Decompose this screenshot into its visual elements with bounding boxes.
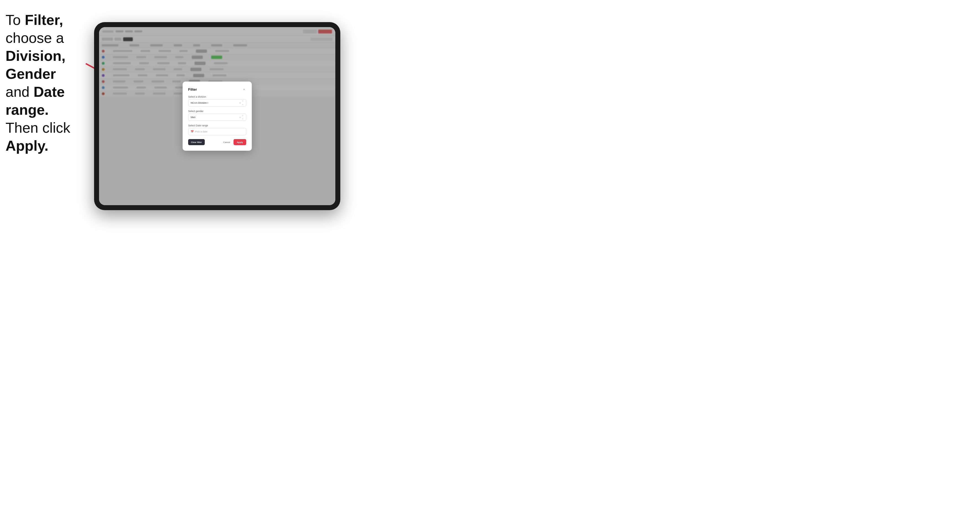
- division-clear-icon[interactable]: ×: [239, 102, 241, 104]
- apply-button[interactable]: Apply: [234, 139, 246, 145]
- gender-field: Select gender Men × ⌃⌄: [188, 110, 246, 121]
- instruction-line1: To Filter, choose a: [6, 12, 64, 46]
- gender-value: Men: [191, 116, 196, 119]
- division-controls: × ⌃⌄: [239, 100, 244, 105]
- gender-select[interactable]: Men × ⌃⌄: [188, 114, 246, 121]
- date-range-input[interactable]: 📅 Pick a date: [188, 128, 246, 135]
- modal-footer-right: Cancel Apply: [221, 139, 246, 145]
- instruction-line4: Then click Apply.: [6, 120, 70, 154]
- date-range-field: Select Date range 📅 Pick a date: [188, 124, 246, 135]
- tablet-frame: Filter × Select a division NCAA Division…: [94, 22, 340, 210]
- division-label: Select a division: [188, 95, 246, 98]
- tablet-screen: Filter × Select a division NCAA Division…: [99, 27, 335, 205]
- filter-modal: Filter × Select a division NCAA Division…: [183, 82, 252, 151]
- division-arrow-icon: ⌃⌄: [242, 100, 244, 105]
- modal-close-button[interactable]: ×: [242, 87, 246, 92]
- gender-clear-icon[interactable]: ×: [239, 116, 241, 119]
- date-placeholder: Pick a date: [195, 130, 207, 133]
- calendar-icon: 📅: [191, 130, 194, 133]
- division-field: Select a division NCAA Division I × ⌃⌄: [188, 95, 246, 106]
- date-range-label: Select Date range: [188, 124, 246, 127]
- modal-footer: Clear filter Cancel Apply: [188, 139, 246, 145]
- instruction-line3: and Date range.: [6, 84, 65, 118]
- modal-header: Filter ×: [188, 87, 246, 92]
- gender-label: Select gender: [188, 110, 246, 113]
- modal-title: Filter: [188, 87, 197, 92]
- clear-filter-button[interactable]: Clear filter: [188, 139, 205, 145]
- instruction-block: To Filter, choose a Division, Gender and…: [6, 11, 91, 155]
- cancel-button[interactable]: Cancel: [221, 139, 232, 145]
- modal-overlay: Filter × Select a division NCAA Division…: [99, 27, 335, 205]
- gender-controls: × ⌃⌄: [239, 115, 244, 120]
- gender-arrow-icon: ⌃⌄: [242, 115, 244, 120]
- division-select[interactable]: NCAA Division I × ⌃⌄: [188, 99, 246, 106]
- division-value: NCAA Division I: [191, 102, 208, 104]
- instruction-bold2: Division, Gender: [6, 48, 65, 82]
